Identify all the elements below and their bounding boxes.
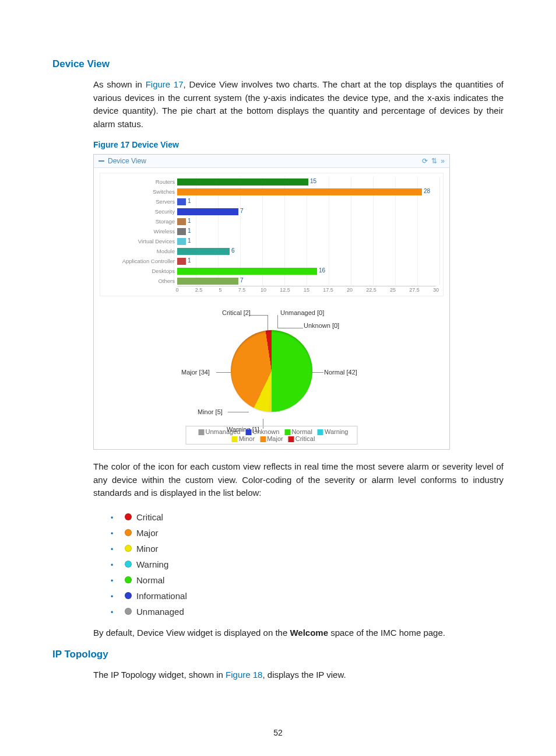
x-tick: 30 [433,287,439,293]
severity-label: Normal [136,575,164,585]
bar-value-label: 28 [424,188,430,194]
panel-title: Device View [108,157,146,165]
bar [177,238,186,245]
bar-value-label: 16 [319,267,325,274]
severity-dot-icon [125,608,132,615]
severity-item: Normal [111,572,504,588]
severity-label: Informational [136,591,187,601]
bar [177,278,238,285]
bar [177,248,230,255]
bar-value-label: 1 [188,228,191,234]
x-tick: 10 [261,287,266,293]
close-icon[interactable]: » [441,157,445,165]
x-tick: 25 [390,287,396,293]
bar-value-label: 6 [231,247,235,254]
bar [177,198,186,205]
bar-value-label: 1 [188,237,191,244]
link-figure-18[interactable]: Figure 18 [226,670,262,680]
severity-dot-icon [125,513,132,520]
bar-category-label: Module [104,248,177,254]
severity-item: Warning [111,556,504,572]
bar-value-label: 1 [188,218,191,224]
x-tick: 15 [304,287,309,293]
collapse-icon[interactable] [98,160,104,162]
text: , displays the IP view. [262,670,346,680]
pie-label-normal: Normal [42] [324,369,357,376]
bar-row: Routers15 [104,177,439,187]
x-tick: 12.5 [280,287,290,293]
link-figure-17[interactable]: Figure 17 [146,79,184,89]
bar-row: Virtual Devices1 [104,236,439,246]
bar-row: Module6 [104,246,439,256]
severity-item: Critical [111,509,504,525]
severity-item: Major [111,525,504,541]
bar-category-label: Switches [104,188,177,195]
bar-value-label: 7 [240,208,244,214]
bar [177,268,317,275]
severity-list: CriticalMajorMinorWarningNormalInformati… [52,509,504,620]
pie-label-unknown: Unknown [0] [304,322,339,329]
pie-legend: Unmanaged Unknown Normal Warning Minor M… [186,426,358,444]
device-view-panel: Device View ⟳ ⇅ » Routers15Switches28Ser… [93,154,450,450]
severity-dot-icon [125,561,132,568]
bar-row: Storage1 [104,216,439,226]
bar-row: Security7 [104,206,439,216]
severity-dot-icon [125,529,132,536]
bar-category-label: Desktops [104,268,177,274]
paragraph-color-desc: The color of the icon for each custom vi… [52,460,504,500]
bar-category-label: Storage [104,218,177,225]
x-tick: 27.5 [409,287,420,293]
x-tick: 5 [219,287,221,293]
bar-value-label: 15 [310,178,316,184]
text: By default, Device View widget is displa… [93,628,290,638]
bar-category-label: Wireless [104,228,177,235]
bar-category-label: Virtual Devices [104,238,177,244]
bar-row: Switches28 [104,187,439,197]
panel-header: Device View ⟳ ⇅ » [94,155,449,168]
bar-category-label: Servers [104,198,177,205]
bar-chart: Routers15Switches28Servers1Security7Stor… [100,173,444,296]
severity-label: Unmanaged [136,607,184,617]
pie-label-critical: Critical [2] [222,309,251,316]
page-number: 52 [0,728,556,737]
severity-label: Major [136,528,159,538]
severity-label: Critical [136,512,163,522]
bar [177,258,186,265]
bar-value-label: 1 [188,257,191,264]
bar-category-label: Others [104,278,177,284]
settings-icon[interactable]: ⇅ [431,157,437,165]
pie-label-minor: Minor [5] [198,408,223,415]
figure-caption: Figure 17 Device View [93,140,504,149]
x-tick: 22.5 [366,287,376,293]
bar-value-label: 7 [240,277,244,284]
bar-row: Others7 [104,276,439,286]
severity-item: Informational [111,588,504,604]
severity-label: Minor [136,544,159,554]
bar-category-label: Security [104,208,177,215]
text-bold-welcome: Welcome [290,628,328,638]
x-tick: 0 [175,287,178,293]
paragraph-ip-topology: The IP Topology widget, shown in Figure … [52,668,504,682]
pie-graphic [231,330,312,412]
heading-ip-topology: IP Topology [52,649,504,660]
paragraph-default: By default, Device View widget is displa… [52,626,504,640]
bar [177,208,238,215]
text: space of the IMC home page. [328,628,445,638]
bar-row: Servers1 [104,197,439,206]
severity-item: Unmanaged [111,604,504,620]
pie-label-unmanaged: Unmanaged [0] [280,309,324,316]
refresh-icon[interactable]: ⟳ [422,157,428,165]
text: The IP Topology widget, shown in [93,670,226,680]
x-tick: 20 [347,287,353,293]
x-tick: 2.5 [195,287,203,293]
bar-row: Wireless1 [104,226,439,236]
severity-item: Minor [111,541,504,556]
severity-dot-icon [125,545,132,552]
severity-dot-icon [125,576,132,583]
paragraph-intro: As shown in Figure 17, Device View invol… [52,78,504,131]
severity-dot-icon [125,592,132,599]
bar-category-label: Routers [104,178,177,185]
x-tick: 7.5 [238,287,246,293]
bar-value-label: 1 [188,198,191,204]
pie-label-major: Major [34] [181,369,210,376]
